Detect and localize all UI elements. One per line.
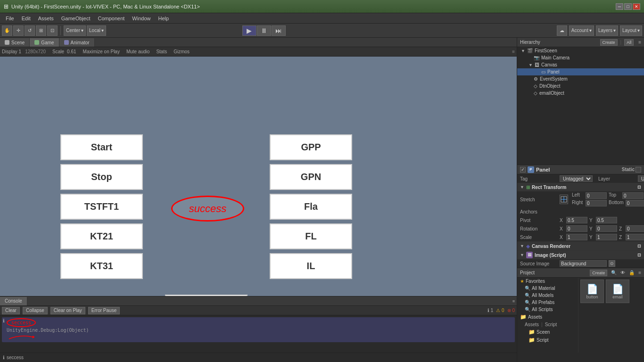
hierarchy-main-camera[interactable]: ▶ 📷 Main Camera [517,54,644,61]
rotate-tool[interactable]: ↺ [25,25,35,36]
il-button[interactable]: IL [270,253,352,279]
mute-label[interactable]: Mute audio [126,49,149,54]
layer-select[interactable]: UI [638,175,644,182]
stats-label[interactable]: Stats [156,49,167,54]
game-tab-icon [34,40,39,45]
cloud-button[interactable]: ☁ [557,25,567,36]
hierarchy-panel-item[interactable]: ▶ ▭ Panel [517,68,644,75]
tag-select[interactable]: Untagged [560,175,593,182]
hierarchy-create-btn[interactable]: Create [600,39,618,46]
kt21-button[interactable]: KT21 [60,223,143,249]
gpn-button[interactable]: GPN [270,164,352,190]
rot-x-input[interactable] [566,225,587,232]
fl-button[interactable]: FL [270,223,352,249]
menu-help[interactable]: Help [154,15,173,22]
panel-icon: ▭ [541,69,545,74]
move-tool[interactable]: ✛ [13,25,24,36]
menu-assets[interactable]: Assets [34,15,58,22]
hierarchy-collapse[interactable]: ≡ [638,40,641,45]
all-models-item[interactable]: 🔍 All Models [517,292,578,299]
scale-z-input[interactable] [626,234,644,240]
menu-window[interactable]: Window [128,15,154,22]
stop-button[interactable]: Stop [60,164,143,190]
hierarchy-emailobject[interactable]: ▶ ◇ emailObject [517,90,644,97]
all-prefabs-item[interactable]: 🔍 All Prefabs [517,299,578,306]
pivot-x-input[interactable] [566,217,587,223]
maximize-label[interactable]: Maximize on Play [83,49,120,54]
all-scripts-item[interactable]: 🔍 All Scripts [517,306,578,313]
animator-tab[interactable]: Animator [59,38,95,47]
gizmos-label[interactable]: Gizmos [173,49,190,54]
hand-tool[interactable]: ✋ [2,25,12,36]
step-button[interactable]: ⏭ [272,25,286,36]
center-dropdown[interactable]: Center ▾ [64,25,86,36]
scale-tool[interactable]: ⊞ [36,25,46,36]
account-dropdown[interactable]: Account ▾ [569,25,594,36]
clear-button[interactable]: Clear [2,307,20,314]
hierarchy-scene-item[interactable]: ▼ 🎬 FirstSceen [517,47,644,54]
layers-dropdown[interactable]: Layers ▾ [596,25,618,36]
rot-y-input[interactable] [596,225,617,232]
rot-z-input[interactable] [626,225,644,232]
rect-tool[interactable]: ⊡ [47,25,58,36]
game-tab[interactable]: Game [30,38,59,47]
console-entry-0[interactable]: ℹ seccess UnityEngine.Debug:Log(Object) [2,317,515,342]
clear-on-play-button[interactable]: Clear on Play [50,307,85,314]
kt31-button[interactable]: KT31 [60,253,143,279]
lock-icon[interactable]: 🔒 [629,270,635,275]
rect-transform-header[interactable]: ▼ ⊞ Rect Transform ⊡ [517,183,644,191]
source-image-input[interactable] [560,260,607,267]
start-button[interactable]: Start [60,134,143,160]
right-input[interactable] [586,200,607,206]
menu-file[interactable]: File [2,15,18,22]
hierarchy-all-btn[interactable]: All [624,39,634,46]
fla-button[interactable]: Fla [270,194,352,220]
assets-item[interactable]: 📁 Assets [517,313,578,321]
hierarchy-canvas[interactable]: ▼ 🖼 Canvas [517,61,644,68]
project-collapse[interactable]: ≡ [638,270,641,275]
play-button[interactable]: ▶ [242,25,256,36]
close-button[interactable]: ✕ [633,3,640,10]
search-icon[interactable]: 🔍 [611,270,617,275]
static-checkbox[interactable] [636,167,641,173]
script-folder[interactable]: 📁 Script [517,336,578,344]
layout-dropdown[interactable]: Layout ▾ [620,25,642,36]
favorites-item[interactable]: ★ Favorites [517,278,578,285]
hierarchy-eventsystem[interactable]: ▶ ⚙ EventSystem [517,75,644,82]
inspector-checkbox[interactable] [520,167,526,173]
collapse-button[interactable]: Collapse [23,307,48,314]
tstft1-button[interactable]: TSTFT1 [60,194,143,220]
minimize-button[interactable]: ─ [616,3,623,10]
canvas-renderer-header[interactable]: ▼ ◈ Canvas Renderer ⊡ [517,242,644,250]
pause-button[interactable]: ⏸ [257,25,271,36]
source-image-picker[interactable]: ⊙ [609,260,615,267]
left-input[interactable] [586,192,607,199]
button-asset[interactable]: 📄 button [580,280,604,303]
menu-gameobject[interactable]: GameObject [58,15,94,22]
bottom-input[interactable] [626,200,644,206]
ps-button[interactable]: PS [165,295,248,296]
local-dropdown[interactable]: Local ▾ [87,25,106,36]
top-input[interactable] [622,192,644,199]
scene-tab[interactable]: Scene [0,38,30,47]
image-script-header[interactable]: ▼ 🖼 Image (Script) ⊡ [517,251,644,259]
eye-icon[interactable]: 👁 [620,270,625,275]
error-pause-button[interactable]: Error Pause [88,307,120,314]
menu-component[interactable]: Component [94,15,128,22]
console-tab[interactable]: Console [0,297,27,305]
sceen-folder[interactable]: 📁 Sceen [517,328,578,336]
scale-x-input[interactable] [566,234,587,240]
hierarchy-dtnobject[interactable]: ▶ ◇ DtnObject [517,82,644,90]
collapse-btn[interactable]: ≡ [512,49,515,54]
all-material-item[interactable]: 🔍 All Material [517,285,578,292]
gpp-button[interactable]: GPP [270,134,352,160]
console-collapse[interactable]: ≡ [512,299,515,304]
maximize-button[interactable]: □ [624,3,632,10]
assets-label-tab[interactable]: Assets | Script [517,321,578,328]
scale-y-input[interactable] [596,234,617,240]
email-asset[interactable]: 📄 email [606,280,629,303]
menu-edit[interactable]: Edit [18,15,34,22]
pivot-y-input[interactable] [596,217,617,223]
project-panel: Project Create 🔍 👁 🔒 ≡ ★ Favorites 🔍 All… [517,268,644,362]
project-create-btn[interactable]: Create [590,270,607,276]
